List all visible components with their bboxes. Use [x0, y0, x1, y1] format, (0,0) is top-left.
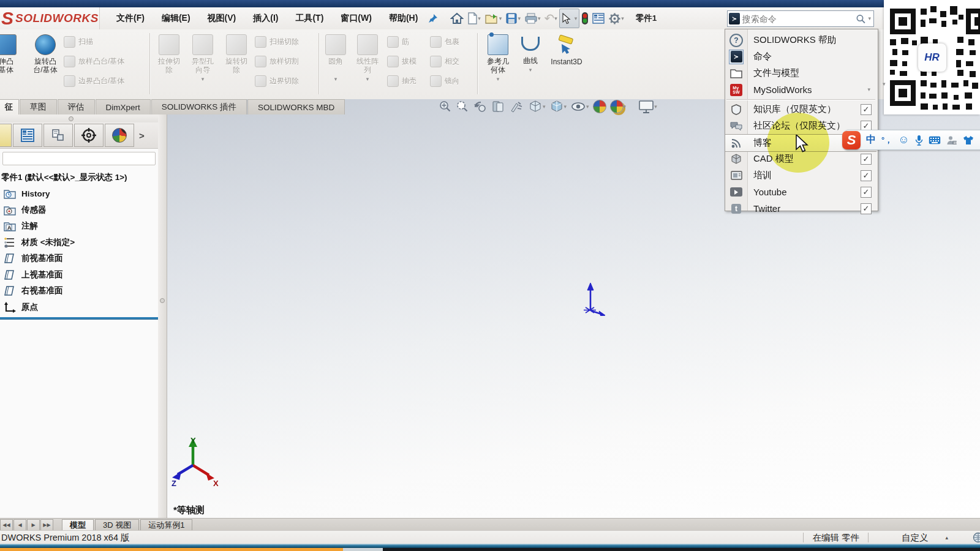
chevron-down-icon[interactable]: ▾ — [497, 77, 500, 82]
chevron-down-icon[interactable]: ▾ — [575, 16, 578, 21]
menu-item-help[interactable]: ? SOLIDWORKS 帮助 — [725, 32, 876, 48]
menu-insert[interactable]: 插入(I) — [244, 7, 287, 29]
tab-model[interactable]: 模型 — [62, 519, 94, 531]
video-progress-bar[interactable] — [0, 548, 980, 551]
chevron-down-icon[interactable]: ▾ — [564, 104, 567, 110]
checkbox-checked[interactable]: ✓ — [861, 170, 872, 181]
chevron-down-icon[interactable]: ▾ — [538, 16, 541, 21]
tree-root-part[interactable]: 零件1 (默认<<默认>_显示状态 1>) — [0, 169, 157, 186]
chevron-down-icon[interactable]: ▾ — [543, 104, 546, 110]
checkbox-checked[interactable]: ✓ — [861, 187, 872, 198]
search-icon[interactable] — [856, 13, 866, 24]
panel-grip[interactable] — [0, 114, 158, 123]
settings-gear-button[interactable]: ▾ — [606, 9, 626, 28]
tab-evaluate[interactable]: 评估 — [58, 99, 95, 114]
tab-motion-study[interactable]: 运动算例1 — [140, 519, 192, 531]
chevron-up-icon[interactable]: ▴ — [945, 534, 948, 541]
tree-item-origin[interactable]: 原点 — [0, 299, 157, 316]
tab-3d-views[interactable]: 3D 视图 — [95, 519, 139, 531]
tab-scroll-prev-button[interactable]: ◀ — [13, 519, 26, 531]
reference-geometry-button[interactable]: 参考几何体 ▾ — [480, 32, 516, 82]
undo-button[interactable]: ↶ ▾ — [542, 9, 559, 28]
taskpane-collapse-icon[interactable]: ▾ — [883, 81, 886, 87]
menu-item-youtube[interactable]: Youtube ✓ — [725, 184, 876, 200]
select-tool-button[interactable]: ▾ — [559, 9, 580, 28]
menu-item-twitter[interactable]: t Twitter ✓ — [725, 200, 876, 217]
home-button[interactable] — [448, 9, 466, 28]
save-button[interactable]: ▾ — [503, 9, 522, 28]
options-traffic-light-button[interactable] — [579, 9, 590, 28]
tab-displaymanager[interactable] — [105, 124, 134, 147]
chevron-down-icon[interactable]: ▾ — [554, 16, 557, 21]
checkbox-checked[interactable]: ✓ — [861, 104, 872, 115]
tree-item-material[interactable]: 材质 <未指定> — [0, 234, 157, 251]
tab-dimxpertmanager[interactable] — [74, 124, 104, 147]
zoom-area-button[interactable] — [456, 100, 469, 113]
annotation-view-button[interactable] — [510, 100, 524, 113]
tab-dimxpert[interactable]: DimXpert — [96, 99, 151, 114]
section-view-button[interactable] — [491, 100, 506, 113]
chevron-down-icon[interactable]: ▾ — [868, 16, 871, 21]
tab-features[interactable]: 征 — [0, 99, 19, 114]
tab-scroll-first-button[interactable]: ◀◀ — [0, 519, 13, 531]
chevron-down-icon[interactable]: ▾ — [621, 16, 624, 21]
tab-propertymanager[interactable] — [13, 124, 42, 147]
menu-item-training[interactable]: 培训 ✓ — [725, 167, 876, 184]
panel-tabs-overflow-icon[interactable]: > — [139, 130, 145, 141]
instant3d-button[interactable]: Instant3D — [546, 32, 587, 66]
apply-scene-button[interactable]: ▾ — [610, 100, 627, 113]
menu-item-knowledge-base[interactable]: 知识库（仅限英文） ✓ — [725, 101, 876, 118]
panel-splitter[interactable] — [158, 114, 167, 518]
extrude-boss-button[interactable]: 伸凸基体 — [0, 32, 22, 74]
menu-window[interactable]: 窗口(W) — [332, 7, 380, 29]
tab-addins[interactable]: SOLIDWORKS 插件 — [151, 99, 247, 114]
skin-tshirt-icon[interactable] — [963, 135, 974, 145]
menu-file[interactable]: 文件(F) — [108, 7, 153, 29]
tab-configurationmanager[interactable] — [43, 124, 73, 147]
task-pane-button[interactable] — [590, 9, 606, 28]
user-level-icon[interactable]: 10 — [946, 135, 957, 145]
customize-button[interactable]: 自定义 — [902, 532, 929, 544]
edit-appearance-button[interactable] — [593, 100, 606, 113]
menu-item-commands[interactable]: ≻ 命令 — [725, 48, 876, 65]
menu-item-cad-models[interactable]: CAD 模型 ✓ — [725, 151, 876, 167]
tab-sketch[interactable]: 草图 — [20, 99, 57, 114]
sogou-logo-icon[interactable]: S — [842, 131, 861, 149]
search-input[interactable] — [740, 14, 856, 24]
checkbox-checked[interactable]: ✓ — [861, 203, 872, 214]
rollback-bar[interactable] — [0, 317, 163, 320]
hide-show-items-button[interactable]: ▾ — [570, 100, 589, 113]
menu-help[interactable]: 帮助(H) — [380, 7, 426, 29]
tree-item-annotations[interactable]: A 注解 — [0, 218, 157, 234]
tree-item-sensors[interactable]: 传感器 — [0, 202, 157, 219]
menu-item-mysolidworks[interactable]: MySW MySolidWorks ▾ — [725, 81, 876, 98]
tab-scroll-last-button[interactable]: ▶▶ — [40, 519, 53, 531]
view-orientation-button[interactable]: ▾ — [528, 99, 546, 114]
display-style-button[interactable]: ▾ — [549, 99, 567, 114]
keyboard-icon[interactable] — [929, 136, 941, 144]
pin-icon[interactable] — [426, 9, 440, 28]
view-settings-button[interactable]: ▾ — [638, 100, 657, 114]
curves-button[interactable]: 曲线 ▾ — [517, 32, 544, 73]
emoji-icon[interactable]: ☺ — [898, 133, 909, 146]
ime-language-mode[interactable]: 中 — [866, 133, 876, 146]
print-button[interactable]: ▾ — [522, 9, 543, 28]
microphone-icon[interactable] — [915, 135, 923, 146]
tab-mbd[interactable]: SOLIDWORKS MBD — [247, 99, 345, 114]
checkbox-checked[interactable]: ✓ — [861, 154, 872, 165]
chevron-down-icon[interactable]: ▾ — [624, 104, 627, 110]
chevron-down-icon[interactable]: ▾ — [499, 16, 502, 21]
chevron-down-icon[interactable]: ▾ — [586, 104, 589, 110]
ime-punctuation-mode[interactable]: °， — [881, 135, 892, 146]
chevron-down-icon[interactable]: ▾ — [529, 67, 532, 73]
new-document-button[interactable]: ▾ — [466, 9, 483, 28]
menu-view[interactable]: 视图(V) — [199, 7, 245, 29]
revolve-boss-button[interactable]: 旋转凸台/基体 — [26, 32, 65, 74]
menu-item-files-models[interactable]: 文件与模型 — [725, 65, 876, 81]
chevron-down-icon[interactable]: ▾ — [654, 104, 657, 110]
tree-item-top-plane[interactable]: 上视基准面 — [0, 267, 157, 283]
tree-item-history[interactable]: History — [0, 186, 157, 202]
menu-tools[interactable]: 工具(T) — [287, 7, 332, 29]
tree-item-right-plane[interactable]: 右视基准面 — [0, 283, 157, 299]
tab-featuremanager[interactable] — [0, 124, 12, 147]
